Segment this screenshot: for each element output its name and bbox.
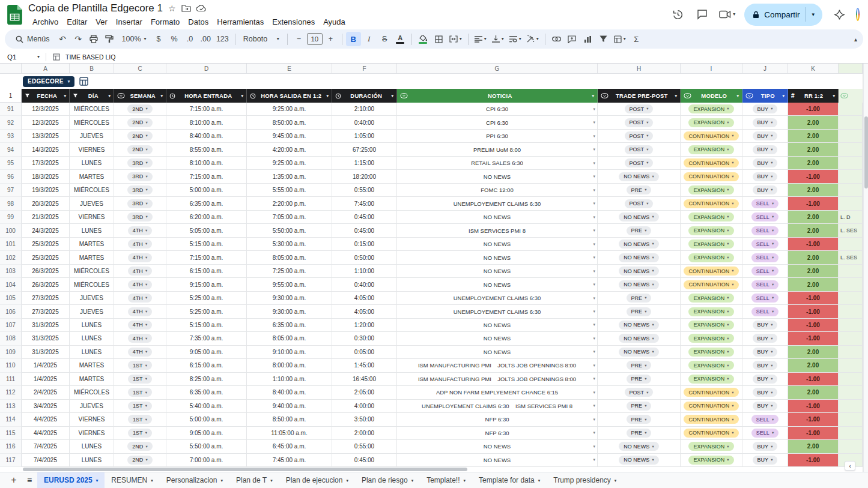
dropdown-chip[interactable]: SELL▾	[751, 253, 778, 262]
cell-rr[interactable]: 2.00	[788, 184, 839, 197]
cell-duracion[interactable]: 2:00:00	[332, 427, 397, 440]
cell-noticia[interactable]: NO NEWS▾	[397, 265, 598, 278]
header-d-a[interactable]: DÍA▾	[70, 89, 114, 103]
account-avatar[interactable]	[856, 8, 860, 21]
cell-liquidez[interactable]	[839, 170, 863, 183]
cell-fecha[interactable]: 20/3/2025	[22, 197, 70, 210]
dropdown-arrow-icon[interactable]: ▾	[593, 457, 595, 462]
cell-noticia[interactable]: ISM MANUFACTURING PMI JOLTS JOB OPENNING…	[397, 373, 598, 386]
dropdown-chip[interactable]: 1ST▾	[128, 429, 152, 438]
dropdown-arrow-icon[interactable]: ▾	[593, 215, 595, 220]
cell-liquidez[interactable]	[839, 319, 863, 332]
cell-dia[interactable]: MARTES	[70, 373, 114, 386]
cell-noticia[interactable]: NO NEWS▾	[397, 332, 598, 345]
cell-hora-entrada[interactable]: 9:15:00 a.m.	[166, 278, 247, 291]
dropdown-chip[interactable]: EXPANSION▾	[688, 118, 733, 127]
cell-rr[interactable]: 2.00	[788, 143, 839, 156]
dropdown-chip[interactable]: NO NEWS▾	[619, 442, 658, 451]
cell-duracion[interactable]: 1:20:00	[332, 319, 397, 332]
dropdown-arrow-icon[interactable]: ▾	[593, 134, 595, 139]
dropdown-chip[interactable]: BUY▾	[753, 118, 778, 127]
dropdown-chip[interactable]: EXPANSION▾	[688, 253, 733, 262]
cell-modelo[interactable]: EXPANSION▾	[681, 116, 742, 129]
all-sheets-button[interactable]: ≡	[22, 472, 37, 488]
column-letter-K[interactable]: K	[788, 64, 839, 73]
cell-hora-entrada[interactable]: 7:15:00 a.m.	[166, 251, 247, 264]
header-hora-salida-en-1-2[interactable]: HORA SALIDA EN 1:2▾	[247, 89, 332, 103]
cell-noticia[interactable]: UNEMPLOYEMENT CLAIMS 6:30▾	[397, 197, 598, 210]
menu-extensiones[interactable]: Extensiones	[268, 17, 319, 27]
cell-trade[interactable]: NO NEWS▾	[598, 346, 681, 359]
cell-hora-entrada[interactable]: 6:35:00 a.m.	[166, 197, 247, 210]
cell-rr[interactable]: 2.00	[788, 278, 839, 291]
collapse-toolbar-icon[interactable]: ▴	[854, 36, 857, 43]
menu-archivo[interactable]: Archivo	[28, 17, 62, 27]
dropdown-chip[interactable]: SELL▾	[751, 429, 778, 438]
cell-hora-entrada[interactable]: 9:05:00 a.m.	[166, 427, 247, 440]
header-hora-entrada[interactable]: HORA ENTRADA▾	[166, 89, 247, 103]
header-tipo[interactable]: TIPO▾	[742, 89, 788, 103]
dropdown-chip[interactable]: 4TH▾	[128, 280, 152, 289]
dropdown-chip[interactable]: SELL▾	[751, 307, 778, 316]
sheet-tab-template[interactable]: Template!!▾	[420, 472, 472, 488]
create-filter-button[interactable]	[596, 32, 611, 46]
menus-search-button[interactable]: Menús	[11, 32, 55, 46]
cell-duracion[interactable]: 0:50:00	[332, 251, 397, 264]
cell-modelo[interactable]: CONTINUATION▾	[681, 427, 742, 440]
header-rr-1-2[interactable]: #RR 1:2▾	[788, 89, 839, 103]
cell-hora-salida[interactable]: 8:40:00 a.m.	[247, 386, 332, 399]
cell-semana[interactable]: 1ST▾	[114, 359, 166, 372]
cell-modelo[interactable]: CONTINUATION▾	[681, 130, 742, 143]
cell-hora-salida[interactable]: 7:45:00 a.m.	[247, 454, 332, 467]
cell-semana[interactable]: 1ST▾	[114, 427, 166, 440]
dropdown-chip[interactable]: PRE▾	[627, 307, 652, 316]
cell-tipo[interactable]: BUY▾	[742, 386, 788, 399]
cell-tipo[interactable]: BUY▾	[742, 373, 788, 386]
dropdown-chip[interactable]: 2ND▾	[127, 104, 152, 113]
cell-modelo[interactable]: EXPANSION▾	[681, 346, 742, 359]
cell-tipo[interactable]: SELL▾	[742, 251, 788, 264]
percent-format-button[interactable]: %	[167, 32, 182, 46]
table-views-button[interactable]: ▾	[612, 32, 628, 46]
cell-liquidez[interactable]	[839, 386, 863, 399]
cell-fecha[interactable]: 12/3/2025	[22, 116, 70, 129]
cell-noticia[interactable]: RETAIL SALES 6:30▾	[397, 157, 598, 170]
cell-hora-entrada[interactable]: 5:50:00 a.m.	[166, 440, 247, 453]
sheet-tab-eurusd-2025[interactable]: EURUSD 2025▾	[37, 472, 105, 488]
row-number[interactable]: 91	[0, 103, 22, 116]
dropdown-chip[interactable]: 4TH▾	[128, 253, 152, 262]
cell-semana[interactable]: 4TH▾	[114, 238, 166, 251]
cell-semana[interactable]: 4TH▾	[114, 332, 166, 345]
column-letter-F[interactable]: F	[332, 64, 397, 73]
dropdown-chip[interactable]: BUY▾	[753, 185, 778, 194]
cell-hora-entrada[interactable]: 6:35:00 a.m.	[166, 386, 247, 399]
cell-liquidez[interactable]	[839, 103, 863, 116]
cell-hora-entrada[interactable]: 8:25:00 a.m.	[166, 373, 247, 386]
dropdown-chip[interactable]: SELL▾	[751, 239, 778, 249]
dropdown-arrow-icon[interactable]: ▾	[593, 174, 595, 179]
text-wrap-button[interactable]: ▾	[507, 32, 524, 46]
row-number[interactable]: 108	[0, 332, 22, 345]
cell-hora-entrada[interactable]: 5:15:00 a.m.	[166, 319, 247, 332]
cell-fecha[interactable]: 21/3/2025	[22, 211, 70, 224]
cell-trade[interactable]: PRE▾	[598, 184, 681, 197]
cell-dia[interactable]: MARTES	[70, 170, 114, 183]
row-number[interactable]: 102	[0, 251, 22, 264]
dropdown-chip[interactable]: CONTINUATION▾	[684, 429, 738, 438]
cell-noticia[interactable]: CPI 6:30▾	[397, 116, 598, 129]
cell-fecha[interactable]: 17/3/2025	[22, 157, 70, 170]
cell-modelo[interactable]: EXPANSION▾	[681, 319, 742, 332]
cell-fecha[interactable]: 4/4/2025	[22, 427, 70, 440]
cell-liquidez[interactable]	[839, 332, 863, 345]
cell-fecha[interactable]: 7/4/2025	[22, 454, 70, 467]
cell-tipo[interactable]: SELL▾	[742, 224, 788, 237]
row-number[interactable]: 105	[0, 292, 22, 305]
cell-semana[interactable]: 4TH▾	[114, 278, 166, 291]
cell-fecha[interactable]: 24/3/2025	[22, 224, 70, 237]
row-number[interactable]: 114	[0, 413, 22, 426]
cell-rr[interactable]: -1.00	[788, 400, 839, 413]
cell-rr[interactable]: 2.00	[788, 386, 839, 399]
dropdown-arrow-icon[interactable]: ▾	[593, 147, 595, 152]
menu-datos[interactable]: Datos	[184, 17, 213, 27]
cell-modelo[interactable]: CONTINUATION▾	[681, 386, 742, 399]
